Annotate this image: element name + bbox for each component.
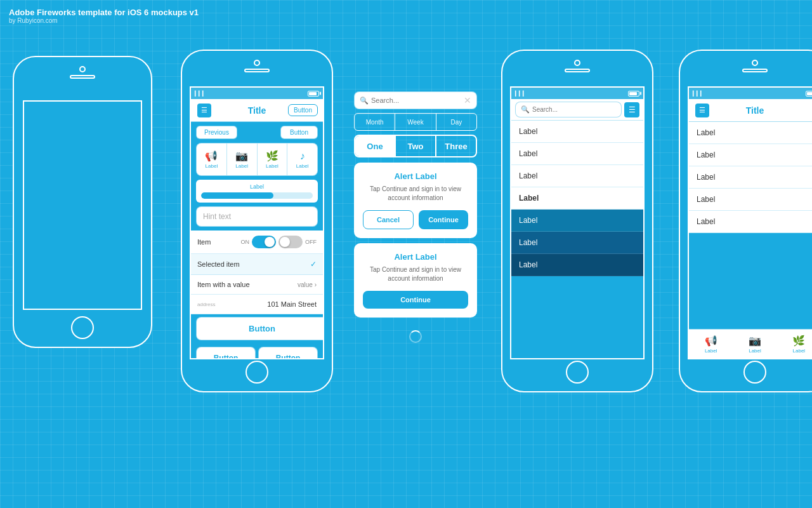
full-button[interactable]: Button xyxy=(196,317,324,340)
alert-title-1: Alert Label xyxy=(363,171,468,181)
tab-icon-4[interactable]: ♪ Label xyxy=(287,144,317,175)
loading-spinner xyxy=(409,330,422,343)
list-item-value[interactable]: Item with a value value › xyxy=(191,275,323,295)
search-bar[interactable]: 🔍 ✕ xyxy=(354,91,477,109)
segment-month[interactable]: Month xyxy=(355,114,395,130)
home-button-2[interactable] xyxy=(246,361,268,384)
phone3-list-item-1[interactable]: Label xyxy=(511,121,643,143)
menu-icon-2[interactable]: ☰ xyxy=(197,104,211,117)
status-bar-3: ▎▎▎ xyxy=(511,88,643,99)
screen-4: ▎▎▎ ☰ Title Label Label Label Label Labe… xyxy=(688,86,812,359)
alert-cancel-button[interactable]: Cancel xyxy=(363,210,414,229)
alert-title-2: Alert Label xyxy=(363,252,468,262)
tab-icon-3[interactable]: 🌿 Label xyxy=(258,144,288,175)
search-menu-row: 🔍 ☰ xyxy=(511,99,643,121)
phone3-list-item-3[interactable]: Label xyxy=(511,165,643,187)
tab-label-item-2: Label xyxy=(749,348,761,354)
phone3-list-item-5[interactable]: Label xyxy=(511,210,643,232)
iphone-frame-2: ▎▎▎ ☰ Title Button Previous Button 📢 L xyxy=(181,50,333,392)
tab-item-2[interactable]: 📷 Label xyxy=(733,330,776,358)
progress-track xyxy=(201,192,313,199)
nav-bar-4: ☰ Title xyxy=(689,99,812,122)
list-item-selected[interactable]: Selected item ✓ xyxy=(191,254,323,275)
segment-week[interactable]: Week xyxy=(395,114,436,130)
tab-label-4: Label xyxy=(296,163,309,169)
segment-three[interactable]: Three xyxy=(436,136,476,156)
home-button-1[interactable] xyxy=(71,316,94,339)
large-segment-control: One Two Three xyxy=(354,135,477,157)
phone4-list-item-4[interactable]: Label xyxy=(689,189,812,211)
search-input[interactable] xyxy=(371,97,464,104)
toggle-on[interactable] xyxy=(252,236,276,248)
page-header: Adobe Fireworks template for iOS 6 mocku… xyxy=(9,8,199,24)
phone4-list: Label Label Label Label Label xyxy=(689,122,812,233)
tab-camera-icon: 📷 xyxy=(749,335,761,347)
screen-2: ▎▎▎ ☰ Title Button Previous Button 📢 L xyxy=(190,86,324,359)
phone4-list-item-2[interactable]: Label xyxy=(689,144,812,166)
toggle-label: Item xyxy=(197,238,211,246)
phone3-list-item-6[interactable]: Label xyxy=(511,232,643,254)
screen-3: ▎▎▎ 🔍 ☰ Label Label Label Label Label xyxy=(510,86,645,359)
alert-continue-only-button[interactable]: Continue xyxy=(363,291,468,309)
progress-fill xyxy=(201,192,273,199)
address-value-label: 101 Main Street xyxy=(267,300,317,308)
alert-message-2: Tap Continue and sign in to view account… xyxy=(363,265,468,283)
left-button[interactable]: Button xyxy=(196,347,256,359)
tab-label-3: Label xyxy=(266,163,278,169)
alert-continue-button[interactable]: Continue xyxy=(419,210,468,229)
phone4-list-item-5[interactable]: Label xyxy=(689,211,812,233)
tab-item-3[interactable]: 🌿 Label xyxy=(777,330,812,358)
alert-buttons-1: Cancel Continue xyxy=(363,210,468,229)
toggle-knob-off xyxy=(280,237,290,247)
home-button-3[interactable] xyxy=(566,361,589,384)
right-half-button[interactable]: Button xyxy=(258,347,318,359)
toggle-off[interactable] xyxy=(278,236,303,248)
right-button[interactable]: Button xyxy=(280,126,318,139)
list-item-address[interactable]: address 101 Main Street xyxy=(191,295,323,314)
hint-text-input[interactable]: Hint text xyxy=(196,206,318,227)
segment-one[interactable]: One xyxy=(355,136,396,156)
status-bar-2: ▎▎▎ xyxy=(191,88,323,99)
page-title: Adobe Fireworks template for iOS 6 mocku… xyxy=(9,8,199,17)
button-row: Button Button xyxy=(191,343,323,359)
phone3-search-bar[interactable]: 🔍 xyxy=(515,102,622,117)
search-icon-3: 🔍 xyxy=(521,105,530,114)
off-label: OFF xyxy=(305,239,317,245)
phone3-list: Label Label Label Label Label Label Labe… xyxy=(511,121,643,276)
phone3-list-item-7[interactable]: Label xyxy=(511,254,643,276)
progress-label: Label xyxy=(250,184,264,190)
phone3-list-item-4[interactable]: Label xyxy=(511,187,643,210)
tab-leaf-icon: 🌿 xyxy=(792,335,805,347)
spinner-container xyxy=(349,324,482,349)
phone3-list-item-2[interactable]: Label xyxy=(511,143,643,165)
tab-icon-2[interactable]: 📷 Label xyxy=(227,144,258,175)
iphone-frame-4: ▎▎▎ ☰ Title Label Label Label Label Labe… xyxy=(679,50,812,392)
toggle-row: Item ON OFF xyxy=(191,231,323,254)
alert-dialog-2: Alert Label Tap Continue and sign in to … xyxy=(354,243,477,318)
checkmark-icon: ✓ xyxy=(310,260,317,269)
signal-icon-4: ▎▎▎ xyxy=(693,91,704,97)
segment-day[interactable]: Day xyxy=(436,114,476,130)
camera-icon: 📷 xyxy=(235,150,248,162)
menu-icon-3[interactable]: ☰ xyxy=(624,102,639,117)
clear-icon[interactable]: ✕ xyxy=(464,95,471,105)
tab-item-1[interactable]: 📢 Label xyxy=(689,330,733,358)
screen-1 xyxy=(23,100,142,310)
segment-two[interactable]: Two xyxy=(396,136,436,156)
previous-button[interactable]: Previous xyxy=(196,126,237,139)
menu-icon-4[interactable]: ☰ xyxy=(695,104,709,117)
battery-icon-4 xyxy=(806,91,812,97)
phone3-search-input[interactable] xyxy=(532,106,616,113)
home-button-4[interactable] xyxy=(743,361,766,384)
tab-label-2: Label xyxy=(235,163,248,169)
phone4-list-item-1[interactable]: Label xyxy=(689,122,812,144)
nav-button-2[interactable]: Button xyxy=(288,104,318,116)
small-segment-control: Month Week Day xyxy=(354,113,477,131)
music-icon: ♪ xyxy=(300,150,305,162)
address-prefix-label: address xyxy=(197,302,215,307)
phone4-list-item-3[interactable]: Label xyxy=(689,166,812,189)
battery-icon xyxy=(308,91,319,97)
camera-dot-3 xyxy=(574,60,580,66)
tab-icon-1[interactable]: 📢 Label xyxy=(197,144,227,175)
nav-title-2: Title xyxy=(248,105,266,116)
